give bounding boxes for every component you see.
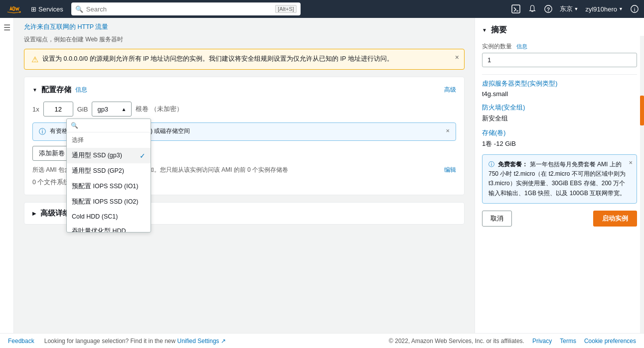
dropdown-option-io2[interactable]: 预配置 IOPS SSD (IO2) xyxy=(67,194,151,210)
dropdown-option-sc1[interactable]: Cold HDD (SC1) xyxy=(67,210,151,224)
aws-logo[interactable] xyxy=(5,3,23,15)
sidebar-toggle[interactable]: ☰ xyxy=(0,18,14,333)
dropdown-search-input[interactable] xyxy=(81,122,147,129)
terms-link[interactable]: Terms xyxy=(560,338,576,345)
search-icon: 🔍 xyxy=(75,5,83,13)
feedback-link[interactable]: Feedback xyxy=(8,338,34,345)
storage-row: 1x GiB gp3 ▲ 根卷 （未加密） 🔍 xyxy=(32,102,456,116)
dropdown-option-st1[interactable]: 吞吐量优化型 HDD（st1） xyxy=(67,224,151,232)
external-link-icon: ↗ xyxy=(221,338,226,345)
volume-size-input[interactable] xyxy=(43,102,73,116)
warning-text: 设置为 0.0.0.0/0 的源规则允许所有 IP 地址访问您的实例。我们建议将… xyxy=(42,54,393,64)
dropdown-option-st1-label: 吞吐量优化型 HDD（st1） xyxy=(72,227,146,232)
dropdown-option-sc1-label: Cold HDD (SC1) xyxy=(72,213,118,220)
cancel-button[interactable]: 取消 xyxy=(482,211,512,227)
dropdown-options-list: 选择 通用型 SSD (gp3) ✓ 通用型 SSD (GP2) 预配置 IOP… xyxy=(67,132,151,232)
bell-icon[interactable] xyxy=(528,4,537,13)
instance-count-value: 1 xyxy=(487,56,491,64)
advanced-expand-icon: ▶ xyxy=(32,211,36,216)
services-button[interactable]: ⊞ Services xyxy=(28,3,66,15)
terminal-icon[interactable] xyxy=(511,4,521,14)
top-navigation: ⊞ Services 🔍 [Alt+S] ? 东京 ▼ zyl910hero ▼… xyxy=(0,0,644,18)
instance-type-link[interactable]: 虚拟服务器类型(实例类型) xyxy=(482,80,557,87)
instance-count-info-link[interactable]: 信息 xyxy=(516,43,527,49)
security-warning-banner: ⚠ 设置为 0.0.0.0/0 的源规则允许所有 IP 地址访问您的实例。我们建… xyxy=(24,49,465,70)
svg-text:i: i xyxy=(634,6,636,12)
dropdown-search: 🔍 xyxy=(67,119,151,132)
add-volume-button[interactable]: 添加新卷 xyxy=(32,146,71,161)
dropdown-option-io2-label: 预配置 IOPS SSD (IO2) xyxy=(72,198,138,206)
free-tier-summary-close[interactable]: × xyxy=(629,158,633,168)
endpoint-note: 设置端点，例如在创建 Web 服务器时 xyxy=(24,35,465,44)
storage-summary-link[interactable]: 存储(卷) xyxy=(482,129,505,136)
cookie-preferences-link[interactable]: Cookie preferences xyxy=(584,338,636,345)
bottom-bar-right: © 2022, Amazon Web Services, Inc. or its… xyxy=(389,338,636,345)
launch-instance-button[interactable]: 启动实例 xyxy=(593,211,637,227)
svg-text:?: ? xyxy=(546,6,550,12)
storage-label: 存储(卷) xyxy=(482,129,637,137)
dropdown-option-gp3[interactable]: 通用型 SSD (gp3) ✓ xyxy=(67,148,151,163)
storage-edit-link[interactable]: 编辑 xyxy=(444,166,456,174)
storage-advanced-link[interactable]: 高级 xyxy=(444,86,456,94)
firewall-link[interactable]: 防火墙(安全组) xyxy=(482,104,525,111)
storage-section-header: ▼ 配置存储 信息 高级 xyxy=(32,85,456,95)
summary-panel: ▼ 摘要 实例的数量 信息 1 虚拟服务器类型(实例类型) t4g.small … xyxy=(475,18,644,333)
info-icon-nav[interactable]: i xyxy=(630,4,639,13)
http-traffic-link[interactable]: 允许来自互联网的 HTTP 流量 xyxy=(24,23,465,31)
user-menu[interactable]: zyl910hero ▼ xyxy=(585,5,623,13)
dropdown-option-select-label: 选择 xyxy=(72,136,84,144)
dropdown-search-icon: 🔍 xyxy=(71,122,78,129)
volume-desc: 根卷 （未加密） xyxy=(136,105,183,114)
main-layout: ☰ 允许来自互联网的 HTTP 流量 设置端点，例如在创建 Web 服务器时 ⚠… xyxy=(0,18,644,333)
unified-settings-link[interactable]: Unified Settings ↗ xyxy=(177,338,226,345)
dropdown-option-select[interactable]: 选择 xyxy=(67,132,151,148)
warning-close-button[interactable]: × xyxy=(455,53,459,61)
storage-info-link[interactable]: 信息 xyxy=(75,86,87,94)
region-selector[interactable]: 东京 ▼ xyxy=(560,4,579,13)
volume-type-label: gp3 xyxy=(97,106,108,113)
free-tier-banner-close[interactable]: × xyxy=(446,127,450,134)
region-label: 东京 xyxy=(560,4,573,13)
summary-title: 摘要 xyxy=(491,25,507,35)
nav-icons: ? 东京 ▼ zyl910hero ▼ i xyxy=(511,4,639,14)
copyright-text: © 2022, Amazon Web Services, Inc. or its… xyxy=(389,338,524,345)
summary-header: ▼ 摘要 xyxy=(482,25,637,35)
help-icon[interactable]: ? xyxy=(544,4,553,13)
warning-triangle-icon: ⚠ xyxy=(31,55,38,64)
free-tier-info-icon: ⓘ xyxy=(39,127,46,136)
instance-count-label: 实例的数量 信息 xyxy=(482,42,637,51)
collapse-icon[interactable]: ▼ xyxy=(32,87,37,93)
firewall-value: 新安全组 xyxy=(482,114,637,123)
volume-count: 1x xyxy=(32,106,39,113)
hamburger-icon: ☰ xyxy=(3,23,10,32)
free-tier-summary-box: ⓘ 免费套餐： 第一年包括每月免费套餐 AMI 上的 750 小时 t2.mic… xyxy=(482,154,637,204)
grid-icon: ⊞ xyxy=(31,5,36,13)
summary-divider-1 xyxy=(482,74,637,75)
language-note: Looking for language selection? Find it … xyxy=(44,338,226,345)
instance-type-label: 虚拟服务器类型(实例类型) xyxy=(482,80,637,88)
summary-collapse-icon[interactable]: ▼ xyxy=(482,27,487,33)
search-input[interactable] xyxy=(86,5,272,13)
storage-section: ▼ 配置存储 信息 高级 1x GiB gp3 ▲ 根卷 （未加密） xyxy=(24,77,465,195)
volume-type-dropdown[interactable]: gp3 ▲ xyxy=(92,102,132,116)
search-shortcut: [Alt+S] xyxy=(275,5,297,13)
free-tier-summary-title: 免费套餐： xyxy=(498,161,528,168)
dropdown-box: 🔍 选择 通用型 SSD (gp3) ✓ xyxy=(66,118,151,232)
firewall-label: 防火墙(安全组) xyxy=(482,104,637,112)
volume-type-dropdown-menu: 🔍 选择 通用型 SSD (gp3) ✓ xyxy=(66,118,151,232)
storage-section-title: 配置存储 xyxy=(41,85,71,95)
bottom-bar: Feedback Looking for language selection?… xyxy=(0,333,644,348)
search-bar[interactable]: 🔍 [Alt+S] xyxy=(71,2,301,15)
volume-unit: GiB xyxy=(77,106,88,113)
username-label: zyl910hero xyxy=(585,5,617,13)
dropdown-option-gp2[interactable]: 通用型 SSD (GP2) xyxy=(67,163,151,179)
instance-type-value: t4g.small xyxy=(482,90,637,98)
content-area: 允许来自互联网的 HTTP 流量 设置端点，例如在创建 Web 服务器时 ⚠ 设… xyxy=(14,18,475,333)
privacy-link[interactable]: Privacy xyxy=(532,338,552,345)
dropdown-option-io1[interactable]: 预配置 IOPS SSD (IO1) xyxy=(67,179,151,194)
instance-count-box: 1 xyxy=(482,53,637,67)
user-chevron: ▼ xyxy=(619,6,623,11)
check-icon: ✓ xyxy=(140,152,146,160)
dropdown-option-gp3-label: 通用型 SSD (gp3) xyxy=(72,151,122,160)
right-scrollbar[interactable] xyxy=(640,36,644,333)
